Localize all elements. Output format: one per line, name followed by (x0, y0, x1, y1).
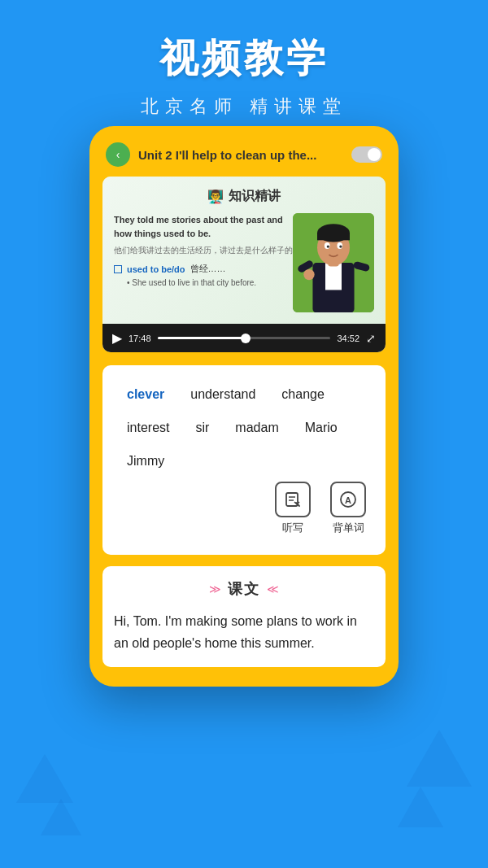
word-madam[interactable]: madam (222, 412, 291, 445)
kewen-text: Hi, Tom. I'm making some plans to work i… (114, 610, 374, 654)
time-total: 34:52 (337, 334, 359, 343)
phone-topbar: ‹ Unit 2 I'll help to clean up the... (102, 142, 386, 167)
term-chinese: 曾经…… (190, 263, 226, 275)
action-row: 听写 A 背单词 (114, 478, 374, 542)
word-list: clever understand change interest sir ma… (102, 365, 386, 554)
video-example: • She used to live in that city before. (127, 278, 293, 287)
kewen-title: 课文 (228, 579, 260, 599)
word-clever[interactable]: clever (114, 378, 177, 412)
time-current: 17:48 (129, 334, 151, 343)
page-header: 视频教学 北京名师 精讲课堂 (0, 0, 488, 135)
term-english: used to be/do (127, 264, 185, 274)
toggle-switch[interactable] (351, 146, 382, 163)
word-sir[interactable]: sir (182, 412, 222, 445)
dictation-label: 听写 (282, 521, 303, 535)
word-interest[interactable]: interest (114, 412, 182, 445)
vocab-button[interactable]: A 背单词 (330, 482, 366, 535)
progress-bar[interactable] (158, 337, 331, 339)
progress-fill (158, 337, 246, 339)
video-english-text: They told me stories about the past and … (114, 213, 293, 240)
vocab-label: 背单词 (333, 521, 364, 535)
back-button[interactable]: ‹ (106, 142, 130, 167)
svg-point-9 (327, 245, 329, 247)
video-chinese-text: 他们给我讲过去的生活经历，讲过去是什么样子的 (114, 245, 293, 256)
video-controls: ▶ 17:48 34:52 ⤢ (102, 324, 386, 352)
section-icon: 👨‍🏫 (207, 189, 224, 204)
video-player: 👨‍🏫 知识精讲 They told me stories about the … (102, 177, 386, 352)
kewen-section: ≫ 课文 ≪ Hi, Tom. I'm making some plans to… (102, 566, 386, 667)
dictation-button[interactable]: 听写 (275, 482, 311, 535)
word-mario[interactable]: Mario (292, 412, 351, 445)
page-title: 视频教学 (16, 33, 472, 85)
section-label: 知识精讲 (229, 188, 281, 205)
vocab-icon: A (330, 482, 366, 517)
word-row-3: Jimmy (114, 445, 374, 478)
svg-text:A: A (345, 495, 351, 505)
play-button[interactable]: ▶ (112, 330, 122, 346)
word-understand[interactable]: understand (177, 378, 268, 412)
video-section-header: 👨‍🏫 知识精讲 (114, 188, 374, 205)
phone-mockup: ‹ Unit 2 I'll help to clean up the... 👨‍… (89, 126, 399, 687)
progress-dot (241, 334, 251, 343)
page-subtitle: 北京名师 精讲课堂 (16, 94, 472, 119)
kewen-header: ≫ 课文 ≪ (114, 579, 374, 599)
kewen-deco-left: ≫ (209, 582, 221, 595)
svg-rect-2 (325, 263, 342, 290)
word-jimmy[interactable]: Jimmy (114, 445, 177, 478)
lesson-title: Unit 2 I'll help to clean up the... (138, 148, 351, 162)
word-row-1: clever understand change (114, 378, 374, 412)
word-row-2: interest sir madam Mario (114, 412, 374, 445)
word-change[interactable]: change (268, 378, 338, 412)
fullscreen-button[interactable]: ⤢ (366, 332, 376, 345)
kewen-deco-right: ≪ (267, 582, 279, 595)
term-checkbox (114, 265, 122, 273)
teacher-figure (293, 213, 374, 312)
dictation-icon (275, 482, 311, 517)
svg-point-10 (339, 245, 342, 247)
svg-point-13 (303, 269, 314, 280)
svg-rect-6 (317, 233, 350, 240)
back-icon: ‹ (116, 148, 120, 161)
